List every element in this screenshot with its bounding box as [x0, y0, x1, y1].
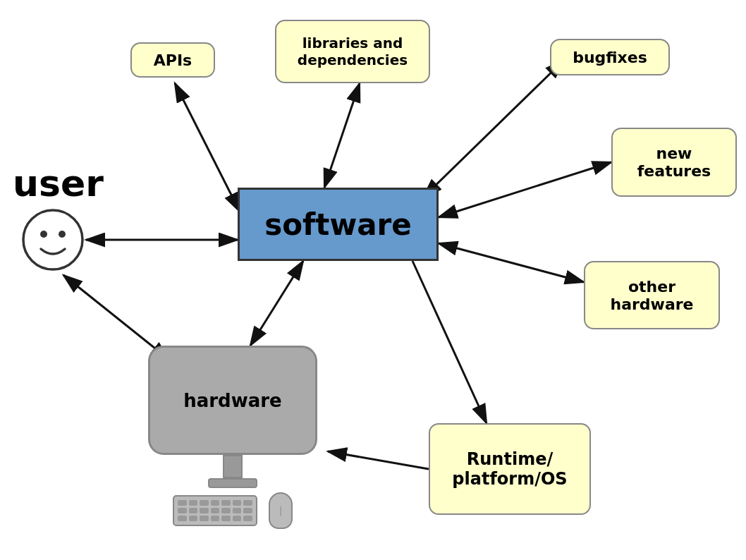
user-icon [21, 208, 85, 272]
svg-line-8 [412, 261, 487, 423]
runtime-node: Runtime/platform/OS [429, 423, 591, 515]
newfeatures-node: newfeatures [611, 128, 737, 197]
svg-point-14 [59, 231, 66, 238]
svg-line-7 [250, 261, 303, 346]
svg-line-3 [324, 83, 360, 188]
keyboard-mouse-area [173, 492, 293, 529]
svg-line-4 [423, 60, 564, 197]
otherhardware-node: otherhardware [584, 261, 720, 329]
mouse-icon [269, 492, 293, 529]
apis-node: APIs [130, 42, 215, 78]
hardware-node: hardware [137, 346, 328, 529]
libraries-label: libraries anddependencies [298, 35, 408, 68]
user-label: user [13, 162, 104, 205]
svg-line-6 [439, 243, 584, 282]
monitor-body: hardware [148, 346, 317, 455]
hardware-label: hardware [183, 390, 282, 411]
runtime-label: Runtime/platform/OS [452, 449, 567, 489]
monitor-stand [223, 455, 243, 478]
monitor-base [208, 478, 257, 488]
svg-line-9 [328, 451, 429, 469]
svg-line-2 [175, 83, 240, 212]
newfeatures-label: newfeatures [637, 145, 711, 180]
svg-point-13 [40, 231, 47, 238]
keyboard-icon [173, 495, 257, 526]
software-node: software [238, 188, 439, 261]
otherhardware-label: otherhardware [610, 278, 693, 313]
svg-point-12 [23, 210, 82, 269]
bugfixes-node: bugfixes [550, 39, 670, 75]
svg-line-5 [439, 162, 611, 217]
libraries-node: libraries anddependencies [275, 20, 430, 83]
diagram: user software APIs libraries anddependen… [0, 0, 746, 560]
